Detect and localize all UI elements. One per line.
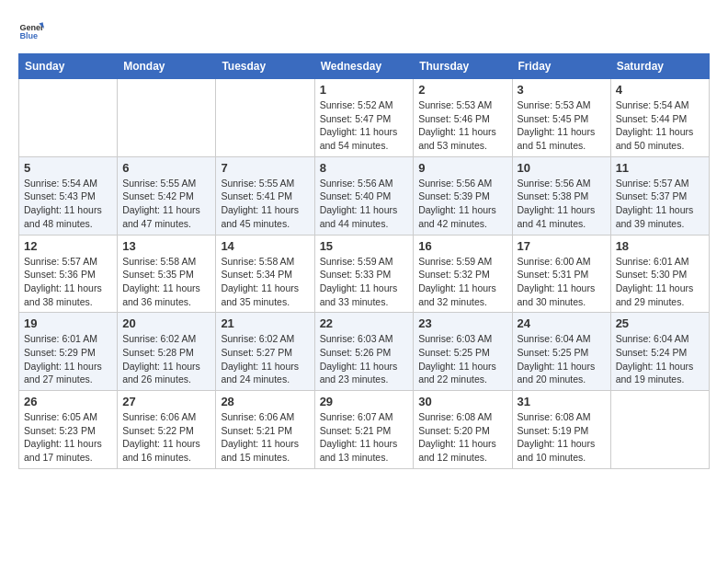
calendar-cell: 12Sunrise: 5:57 AM Sunset: 5:36 PM Dayli… bbox=[19, 235, 118, 313]
day-number: 29 bbox=[320, 395, 409, 408]
calendar-cell: 31Sunrise: 6:08 AM Sunset: 5:19 PM Dayli… bbox=[512, 391, 610, 469]
day-info: Sunrise: 6:01 AM Sunset: 5:30 PM Dayligh… bbox=[616, 255, 704, 309]
weekday-header: Thursday bbox=[414, 54, 512, 79]
day-number: 1 bbox=[320, 83, 409, 97]
day-number: 23 bbox=[418, 316, 506, 330]
svg-text:Blue: Blue bbox=[19, 31, 38, 40]
calendar-cell: 4Sunrise: 5:54 AM Sunset: 5:44 PM Daylig… bbox=[610, 79, 709, 157]
calendar-cell bbox=[610, 391, 709, 469]
day-number: 21 bbox=[221, 316, 309, 330]
logo: General Blue bbox=[18, 18, 48, 44]
day-info: Sunrise: 5:54 AM Sunset: 5:44 PM Dayligh… bbox=[616, 98, 704, 153]
day-number: 24 bbox=[518, 316, 606, 330]
day-number: 30 bbox=[418, 395, 506, 408]
day-info: Sunrise: 6:04 AM Sunset: 5:25 PM Dayligh… bbox=[518, 332, 606, 386]
calendar-week-row: 5Sunrise: 5:54 AM Sunset: 5:43 PM Daylig… bbox=[19, 156, 710, 235]
day-number: 28 bbox=[221, 395, 309, 408]
calendar-cell: 28Sunrise: 6:06 AM Sunset: 5:21 PM Dayli… bbox=[216, 391, 314, 469]
day-info: Sunrise: 6:00 AM Sunset: 5:31 PM Dayligh… bbox=[518, 255, 606, 309]
calendar-cell: 29Sunrise: 6:07 AM Sunset: 5:21 PM Dayli… bbox=[314, 391, 414, 469]
day-info: Sunrise: 5:56 AM Sunset: 5:39 PM Dayligh… bbox=[418, 177, 506, 231]
calendar-cell: 20Sunrise: 6:02 AM Sunset: 5:28 PM Dayli… bbox=[118, 313, 216, 391]
calendar-cell: 2Sunrise: 5:53 AM Sunset: 5:46 PM Daylig… bbox=[414, 79, 512, 157]
calendar-cell: 24Sunrise: 6:04 AM Sunset: 5:25 PM Dayli… bbox=[512, 313, 610, 391]
page-header: General Blue bbox=[18, 18, 710, 44]
day-info: Sunrise: 5:57 AM Sunset: 5:36 PM Dayligh… bbox=[24, 255, 112, 309]
day-number: 10 bbox=[518, 161, 606, 175]
calendar-cell: 13Sunrise: 5:58 AM Sunset: 5:35 PM Dayli… bbox=[118, 235, 216, 313]
calendar-cell: 26Sunrise: 6:05 AM Sunset: 5:23 PM Dayli… bbox=[19, 391, 118, 469]
day-info: Sunrise: 5:56 AM Sunset: 5:40 PM Dayligh… bbox=[320, 177, 409, 231]
day-info: Sunrise: 5:55 AM Sunset: 5:42 PM Dayligh… bbox=[122, 177, 210, 231]
day-number: 31 bbox=[518, 395, 606, 408]
day-info: Sunrise: 6:04 AM Sunset: 5:24 PM Dayligh… bbox=[616, 332, 704, 386]
day-number: 20 bbox=[122, 316, 210, 330]
day-info: Sunrise: 5:52 AM Sunset: 5:47 PM Dayligh… bbox=[320, 98, 409, 153]
day-number: 26 bbox=[24, 395, 112, 408]
day-info: Sunrise: 6:02 AM Sunset: 5:28 PM Dayligh… bbox=[122, 332, 210, 386]
day-info: Sunrise: 5:56 AM Sunset: 5:38 PM Dayligh… bbox=[518, 177, 606, 231]
day-info: Sunrise: 5:57 AM Sunset: 5:37 PM Dayligh… bbox=[616, 177, 704, 231]
day-info: Sunrise: 5:59 AM Sunset: 5:33 PM Dayligh… bbox=[320, 255, 409, 309]
calendar-cell: 22Sunrise: 6:03 AM Sunset: 5:26 PM Dayli… bbox=[314, 313, 414, 391]
calendar-cell: 8Sunrise: 5:56 AM Sunset: 5:40 PM Daylig… bbox=[314, 156, 414, 235]
day-info: Sunrise: 6:06 AM Sunset: 5:21 PM Dayligh… bbox=[221, 410, 309, 465]
day-number: 13 bbox=[122, 239, 210, 253]
calendar-cell: 6Sunrise: 5:55 AM Sunset: 5:42 PM Daylig… bbox=[118, 156, 216, 235]
day-number: 16 bbox=[418, 239, 506, 253]
calendar-cell: 7Sunrise: 5:55 AM Sunset: 5:41 PM Daylig… bbox=[216, 156, 314, 235]
day-number: 18 bbox=[616, 239, 704, 253]
calendar-cell: 1Sunrise: 5:52 AM Sunset: 5:47 PM Daylig… bbox=[314, 79, 414, 157]
calendar-table: SundayMondayTuesdayWednesdayThursdayFrid… bbox=[18, 53, 710, 469]
day-info: Sunrise: 5:53 AM Sunset: 5:45 PM Dayligh… bbox=[518, 98, 606, 153]
calendar-week-row: 26Sunrise: 6:05 AM Sunset: 5:23 PM Dayli… bbox=[19, 391, 710, 469]
day-info: Sunrise: 6:03 AM Sunset: 5:26 PM Dayligh… bbox=[320, 332, 409, 386]
calendar-cell: 17Sunrise: 6:00 AM Sunset: 5:31 PM Dayli… bbox=[512, 235, 610, 313]
day-number: 22 bbox=[320, 316, 409, 330]
day-info: Sunrise: 5:55 AM Sunset: 5:41 PM Dayligh… bbox=[221, 177, 309, 231]
calendar-week-row: 12Sunrise: 5:57 AM Sunset: 5:36 PM Dayli… bbox=[19, 235, 710, 313]
day-number: 5 bbox=[24, 161, 112, 175]
day-number: 14 bbox=[221, 239, 309, 253]
calendar-cell: 16Sunrise: 5:59 AM Sunset: 5:32 PM Dayli… bbox=[414, 235, 512, 313]
day-info: Sunrise: 6:01 AM Sunset: 5:29 PM Dayligh… bbox=[24, 332, 112, 386]
day-number: 7 bbox=[221, 161, 309, 175]
day-info: Sunrise: 6:02 AM Sunset: 5:27 PM Dayligh… bbox=[221, 332, 309, 386]
calendar-cell: 18Sunrise: 6:01 AM Sunset: 5:30 PM Dayli… bbox=[610, 235, 709, 313]
day-number: 3 bbox=[518, 83, 606, 97]
weekday-header: Saturday bbox=[610, 54, 709, 79]
day-number: 19 bbox=[24, 316, 112, 330]
weekday-header-row: SundayMondayTuesdayWednesdayThursdayFrid… bbox=[19, 54, 710, 79]
day-info: Sunrise: 5:54 AM Sunset: 5:43 PM Dayligh… bbox=[24, 177, 112, 231]
calendar-cell bbox=[216, 79, 314, 157]
day-info: Sunrise: 6:08 AM Sunset: 5:19 PM Dayligh… bbox=[518, 410, 606, 465]
calendar-cell: 3Sunrise: 5:53 AM Sunset: 5:45 PM Daylig… bbox=[512, 79, 610, 157]
weekday-header: Monday bbox=[118, 54, 216, 79]
calendar-cell: 15Sunrise: 5:59 AM Sunset: 5:33 PM Dayli… bbox=[314, 235, 414, 313]
day-info: Sunrise: 5:58 AM Sunset: 5:34 PM Dayligh… bbox=[221, 255, 309, 309]
calendar-cell: 21Sunrise: 6:02 AM Sunset: 5:27 PM Dayli… bbox=[216, 313, 314, 391]
day-number: 6 bbox=[122, 161, 210, 175]
calendar-cell: 9Sunrise: 5:56 AM Sunset: 5:39 PM Daylig… bbox=[414, 156, 512, 235]
day-number: 9 bbox=[418, 161, 506, 175]
day-number: 8 bbox=[320, 161, 409, 175]
day-info: Sunrise: 5:58 AM Sunset: 5:35 PM Dayligh… bbox=[122, 255, 210, 309]
calendar-cell: 11Sunrise: 5:57 AM Sunset: 5:37 PM Dayli… bbox=[610, 156, 709, 235]
day-info: Sunrise: 6:08 AM Sunset: 5:20 PM Dayligh… bbox=[418, 410, 506, 465]
calendar-cell: 5Sunrise: 5:54 AM Sunset: 5:43 PM Daylig… bbox=[19, 156, 118, 235]
day-number: 27 bbox=[122, 395, 210, 408]
calendar-cell: 25Sunrise: 6:04 AM Sunset: 5:24 PM Dayli… bbox=[610, 313, 709, 391]
weekday-header: Wednesday bbox=[314, 54, 414, 79]
weekday-header: Tuesday bbox=[216, 54, 314, 79]
weekday-header: Friday bbox=[512, 54, 610, 79]
day-number: 17 bbox=[518, 239, 606, 253]
day-info: Sunrise: 5:53 AM Sunset: 5:46 PM Dayligh… bbox=[418, 98, 506, 153]
calendar-week-row: 19Sunrise: 6:01 AM Sunset: 5:29 PM Dayli… bbox=[19, 313, 710, 391]
day-number: 12 bbox=[24, 239, 112, 253]
day-info: Sunrise: 6:07 AM Sunset: 5:21 PM Dayligh… bbox=[320, 410, 409, 465]
day-info: Sunrise: 5:59 AM Sunset: 5:32 PM Dayligh… bbox=[418, 255, 506, 309]
calendar-cell: 10Sunrise: 5:56 AM Sunset: 5:38 PM Dayli… bbox=[512, 156, 610, 235]
day-info: Sunrise: 6:03 AM Sunset: 5:25 PM Dayligh… bbox=[418, 332, 506, 386]
calendar-week-row: 1Sunrise: 5:52 AM Sunset: 5:47 PM Daylig… bbox=[19, 79, 710, 157]
day-number: 11 bbox=[616, 161, 704, 175]
